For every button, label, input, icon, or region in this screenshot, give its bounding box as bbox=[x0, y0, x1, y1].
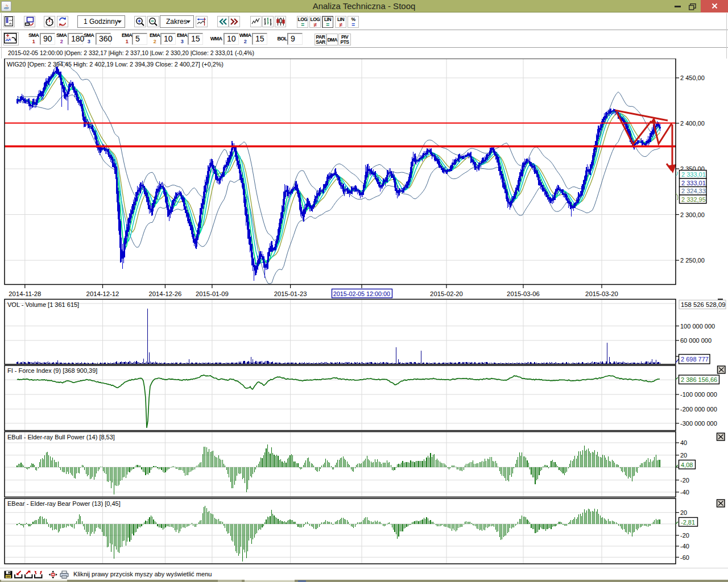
svg-text:2015-03-20: 2015-03-20 bbox=[585, 290, 618, 297]
svg-text:2 450,00: 2 450,00 bbox=[680, 74, 705, 81]
svg-text:-20: -20 bbox=[680, 477, 689, 484]
svg-text:2 400,00: 2 400,00 bbox=[680, 120, 705, 127]
svg-text:2014-12-12: 2014-12-12 bbox=[86, 290, 119, 297]
svg-text:2015-01-23: 2015-01-23 bbox=[274, 290, 307, 297]
svg-text:-200 000 000: -200 000 000 bbox=[680, 406, 717, 413]
svg-text:2014-12-26: 2014-12-26 bbox=[149, 290, 182, 297]
svg-text:2 333,01: 2 333,01 bbox=[681, 180, 706, 186]
svg-text:40: 40 bbox=[680, 439, 687, 446]
svg-text:FI - Force Index (9) [368 900,: FI - Force Index (9) [368 900,39] bbox=[7, 367, 97, 374]
svg-text:2 324,33: 2 324,33 bbox=[681, 188, 706, 194]
svg-text:2015-01-09: 2015-01-09 bbox=[196, 290, 229, 297]
svg-text:20: 20 bbox=[680, 509, 687, 516]
svg-text:2 333,01: 2 333,01 bbox=[681, 171, 706, 178]
svg-text:WIG20 [Open: 2 394,45 High: 2: WIG20 [Open: 2 394,45 High: 2 402,19 Low… bbox=[7, 61, 224, 68]
svg-text:VOL - Volume [1 361 615]: VOL - Volume [1 361 615] bbox=[7, 301, 79, 308]
svg-text:2015-03-06: 2015-03-06 bbox=[507, 290, 540, 297]
svg-text:2 332,95: 2 332,95 bbox=[681, 196, 706, 203]
svg-text:-300 000 000: -300 000 000 bbox=[680, 420, 717, 427]
svg-text:-100 000 000: -100 000 000 bbox=[680, 391, 717, 398]
svg-text:2015-02-05 12:00:00: 2015-02-05 12:00:00 bbox=[333, 290, 390, 297]
svg-text:2 300,00: 2 300,00 bbox=[680, 211, 705, 218]
svg-text:2015-02-20: 2015-02-20 bbox=[430, 290, 463, 297]
svg-text:60 000 000: 60 000 000 bbox=[680, 337, 712, 344]
svg-text:EBull - Elder-ray Bull Power (: EBull - Elder-ray Bull Power (14) [8,53] bbox=[7, 434, 115, 440]
svg-text:-40: -40 bbox=[680, 489, 689, 496]
svg-text:2 386 156,66: 2 386 156,66 bbox=[681, 376, 717, 383]
svg-text:2 250,00: 2 250,00 bbox=[680, 257, 705, 264]
svg-text:4,08: 4,08 bbox=[681, 462, 693, 468]
svg-text:-2,81: -2,81 bbox=[681, 519, 695, 526]
svg-text:158 526 528,09: 158 526 528,09 bbox=[681, 301, 726, 308]
svg-text:2014-11-28: 2014-11-28 bbox=[9, 290, 41, 297]
svg-text:EBear - Elder-ray Bear Power (: EBear - Elder-ray Bear Power (13) [0,45] bbox=[7, 500, 121, 507]
svg-text:100 000 000: 100 000 000 bbox=[680, 323, 715, 330]
svg-text:20: 20 bbox=[680, 452, 687, 459]
svg-text:-20: -20 bbox=[680, 532, 689, 539]
svg-text:-60: -60 bbox=[680, 554, 689, 561]
svg-text:-40: -40 bbox=[680, 543, 689, 550]
svg-text:2 698 777: 2 698 777 bbox=[681, 356, 709, 363]
